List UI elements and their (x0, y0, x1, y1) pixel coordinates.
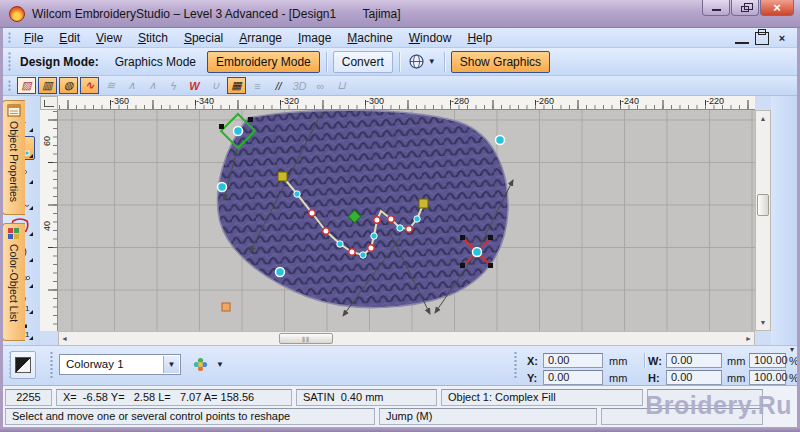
minimize-button[interactable] (702, 0, 730, 16)
minimize-icon (735, 31, 749, 44)
w-field[interactable]: 0.00 (666, 353, 722, 368)
vertical-scroll-thumb[interactable] (757, 194, 769, 216)
background-color-button[interactable] (10, 351, 36, 379)
scroll-right-icon[interactable]: ► (745, 332, 752, 345)
scale-w-field[interactable]: 100.00 (749, 353, 786, 368)
vertical-ruler: 60 40 (40, 110, 58, 331)
graphics-mode-button[interactable]: Graphics Mode (106, 51, 205, 73)
freehand-stitch-icon[interactable]: W (185, 77, 204, 94)
embroidery-mode-button[interactable]: Embroidery Mode (207, 51, 320, 73)
menu-bar: File Edit View Stitch Special Arrange Im… (3, 28, 797, 48)
toolbar-grip (49, 352, 54, 378)
scale-h-field[interactable]: 100.00 (749, 370, 786, 385)
y-field[interactable]: 0.00 (543, 370, 603, 385)
scroll-left-icon[interactable]: ◄ (61, 332, 68, 345)
hoop-globe-button[interactable]: ▼ (405, 51, 439, 72)
app-flame-icon (9, 6, 25, 22)
toolbar-grip (7, 31, 12, 44)
h-field[interactable]: 0.00 (666, 370, 722, 385)
window-border (0, 28, 3, 432)
ruler-label: -220 (706, 96, 724, 106)
ruler-origin-button[interactable] (40, 96, 58, 110)
globe-icon (408, 53, 425, 70)
restore-icon (741, 6, 749, 12)
toolbar-overflow-icon[interactable]: ▾ (790, 345, 794, 354)
3d-effect-icon[interactable]: 3D (290, 77, 309, 94)
tab-color-object-list[interactable]: Color-Object List (2, 223, 25, 341)
stitch-count: 2255 (5, 389, 52, 406)
menu-machine[interactable]: Machine (339, 29, 400, 47)
ruler-label: -260 (536, 96, 554, 106)
application-window: Wilcom EmbroideryStudio – Level 3 Advanc… (0, 0, 800, 432)
w-label: W: (648, 355, 662, 367)
chevron-down-icon[interactable]: ▼ (163, 356, 179, 373)
restore-button[interactable] (731, 0, 759, 16)
status-bar: 2255 X= -6.58 Y= 2.58 L= 7.07 A= 158.56 … (0, 385, 800, 427)
menu-view[interactable]: View (88, 29, 130, 47)
program-split-icon[interactable]: ▦ (227, 77, 246, 94)
unit-mm: mm (727, 355, 745, 367)
separator (444, 52, 445, 72)
separator (644, 353, 645, 368)
horizontal-scrollbar[interactable]: ◄ ⦀⦀ ► (58, 331, 755, 346)
menu-window[interactable]: Window (401, 29, 460, 47)
menu-special[interactable]: Special (176, 29, 231, 47)
menu-help[interactable]: Help (459, 29, 500, 47)
applique-icon[interactable]: ⊔ (332, 77, 351, 94)
separator (399, 52, 400, 72)
visualizer-icon[interactable]: ∞ (311, 77, 330, 94)
scroll-up-icon[interactable]: ▲ (756, 112, 770, 125)
tatami-fill-icon[interactable]: ▥ (38, 77, 57, 94)
ruler-label: -300 (366, 96, 384, 106)
tab-label: Color-Object List (8, 244, 20, 322)
y-label: Y: (527, 372, 537, 384)
toolbar-grip (7, 79, 12, 92)
window-border (0, 427, 800, 432)
vertical-scrollbar[interactable]: ▲ ▼ (755, 110, 771, 331)
menu-stitch[interactable]: Stitch (130, 29, 176, 47)
colorway-flower-icon (193, 357, 208, 372)
horizontal-scroll-thumb[interactable]: ⦀⦀ (279, 333, 333, 344)
tab-label: Object Properties (8, 121, 20, 202)
show-graphics-button[interactable]: Show Graphics (451, 51, 550, 73)
menu-file[interactable]: File (16, 29, 51, 47)
mdi-minimize-button[interactable] (735, 31, 749, 44)
motif-fill-icon[interactable]: ◍ (59, 77, 78, 94)
window-title: Wilcom EmbroideryStudio – Level 3 Advanc… (32, 7, 401, 21)
unit-mm: mm (609, 372, 627, 384)
menu-edit[interactable]: Edit (51, 29, 88, 47)
docked-panel-strip (771, 96, 797, 345)
ruler-label: -360 (111, 96, 129, 106)
convert-button[interactable]: Convert (333, 51, 393, 73)
close-button[interactable]: × (760, 0, 794, 16)
design-canvas[interactable] (58, 110, 755, 331)
stitch-toolbar: ▨ ▥ ◍ ∿ ≋ ∧ ∧ ϟ W ∪ ▦ ≡ // 3D ∞ ⊔ (3, 76, 797, 96)
zigzag-fill-icon[interactable]: ∿ (80, 77, 99, 94)
satin-lines-icon[interactable]: ≡ (248, 77, 267, 94)
menu-arrange[interactable]: Arrange (231, 29, 290, 47)
input-b-icon[interactable]: ∧ (122, 77, 141, 94)
backstitch-icon[interactable]: ∪ (206, 77, 225, 94)
title-bar: Wilcom EmbroideryStudio – Level 3 Advanc… (0, 0, 800, 28)
hatch-fill-icon[interactable]: // (269, 77, 288, 94)
bitmap-icon (15, 357, 31, 373)
object-properties-icon (7, 104, 21, 117)
x-field[interactable]: 0.00 (543, 353, 603, 368)
input-c-icon[interactable]: ∧ (143, 77, 162, 94)
scroll-down-icon[interactable]: ▼ (756, 316, 770, 329)
tab-object-properties[interactable]: Object Properties (2, 100, 25, 215)
hint-text: Select and move one or several control p… (5, 408, 375, 425)
pattern-fill-icon[interactable]: ▨ (17, 77, 36, 94)
lightning-stitch-icon[interactable]: ϟ (164, 77, 183, 94)
input-a-icon[interactable]: ≋ (101, 77, 120, 94)
machine-function: Jump (M) (379, 408, 597, 425)
colorway-editor-button[interactable] (189, 354, 211, 375)
menu-image[interactable]: Image (290, 29, 339, 47)
toolbar-grip (7, 52, 12, 71)
pointer-coordinates: X= -6.58 Y= 2.58 L= 7.07 A= 158.56 (56, 389, 292, 406)
h-label: H: (648, 372, 660, 384)
mdi-restore-button[interactable] (755, 31, 769, 44)
colorway-select[interactable]: Colorway 1 ▼ (59, 354, 181, 375)
mdi-close-button[interactable]: × (775, 31, 789, 44)
chevron-down-icon[interactable]: ▼ (216, 360, 224, 369)
